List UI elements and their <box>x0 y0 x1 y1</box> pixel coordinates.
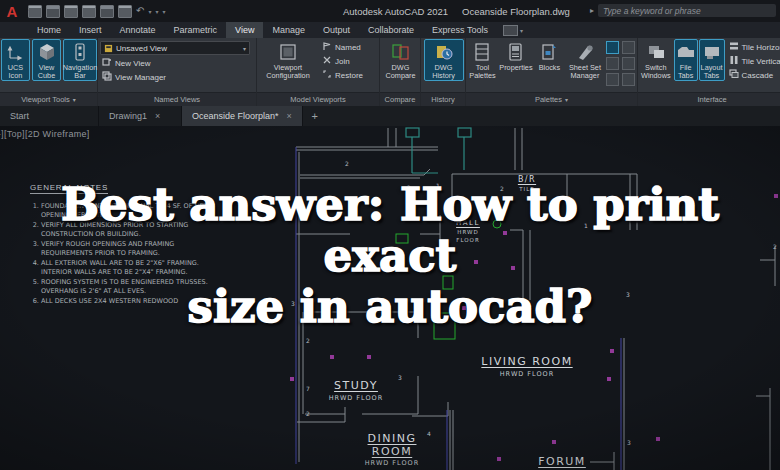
plan-marker <box>367 355 371 359</box>
close-icon[interactable]: × <box>287 111 292 121</box>
quick-access-toolbar: ↶ ▾ ↷ ▾ ▾ <box>28 5 165 18</box>
plan-marker <box>610 349 614 353</box>
file-tabs-button[interactable]: File Tabs <box>674 39 698 81</box>
switch-windows-icon <box>646 42 666 64</box>
restore-viewports-button[interactable]: Restore <box>320 69 365 81</box>
ucs-icon-label: UCS Icon <box>3 64 28 80</box>
tool-palettes-icon <box>472 42 492 64</box>
new-drawing-tab-button[interactable]: + <box>307 106 323 126</box>
redo-caret-icon[interactable]: ▾ <box>155 8 158 15</box>
room-label-study: STUDYHRWD FLOOR <box>329 380 384 402</box>
join-viewports-button[interactable]: Join <box>320 55 365 67</box>
view-manager-button[interactable]: View Manager <box>100 71 254 83</box>
ribbon-tab-view[interactable]: View <box>226 22 263 38</box>
dwg-compare-button[interactable]: DWG Compare <box>381 39 420 81</box>
tile-vertically-icon <box>729 55 739 67</box>
plan-marker <box>497 457 501 461</box>
panel-flyout-caret-icon: ▾ <box>565 96 568 103</box>
dwg-compare-icon <box>391 42 411 64</box>
redo-icon[interactable]: ↷ <box>28 6 33 16</box>
markup-palette-icon[interactable] <box>606 73 619 86</box>
file-tab-start[interactable]: Start <box>0 106 99 126</box>
file-tab-drawing1[interactable]: Drawing1× <box>99 106 182 126</box>
panel-viewport-tools: UCS Icon View Cube Navigation Bar Viewpo… <box>0 38 98 106</box>
ribbon-tab-manage[interactable]: Manage <box>263 22 314 38</box>
undo-icon[interactable]: ↶ <box>136 6 144 16</box>
panel-compare: DWG Compare Compare <box>380 38 421 106</box>
panel-label-named-views[interactable]: Named Views <box>98 92 256 106</box>
ribbon-tab-home[interactable]: Home <box>28 22 70 38</box>
window-title: Autodesk AutoCAD 2021 Oceanside Floorpla… <box>343 0 570 22</box>
view-list-value: Unsaved View <box>116 44 167 53</box>
autocad-logo-icon[interactable]: A <box>2 1 22 21</box>
file-tabs: StartDrawing1×Oceanside Floorplan*×+ <box>0 106 323 126</box>
file-tab-label: Start <box>10 111 29 121</box>
title-overlay-line2: size in autocad? <box>0 281 780 332</box>
ribbon-tab-express-tools[interactable]: Express Tools <box>423 22 497 38</box>
tile-horizontally-button[interactable]: Tile Horizontally <box>727 41 780 53</box>
open-file-icon[interactable] <box>46 5 60 18</box>
panel-interface: Switch Windows File Tabs Layout Tabs <box>638 38 780 106</box>
search-placeholder: Type a keyword or phrase <box>603 6 701 16</box>
panel-label-interface[interactable]: Interface <box>638 92 780 106</box>
qat-customize-icon[interactable]: ▾ <box>162 8 165 15</box>
ribbon-tab-annotate[interactable]: Annotate <box>111 22 165 38</box>
ribbon-display-toggle[interactable]: ▾ <box>503 22 523 38</box>
close-icon[interactable]: × <box>155 111 160 121</box>
file-tab-oceanside-floorplan[interactable]: Oceanside Floorplan*× <box>182 106 303 126</box>
palette-toggle-grid <box>604 38 637 89</box>
save-as-icon[interactable] <box>82 5 96 18</box>
command-line-toggle-icon[interactable] <box>606 41 619 54</box>
ucs-icon-button[interactable]: UCS Icon <box>1 39 30 81</box>
panel-label-compare[interactable]: Compare <box>380 92 420 106</box>
ribbon-tab-parametric[interactable]: Parametric <box>165 22 227 38</box>
ribbon-display-icon <box>503 25 518 36</box>
plot-icon[interactable] <box>100 5 114 18</box>
cascade-icon <box>729 69 739 81</box>
cascade-button[interactable]: Cascade <box>727 69 780 81</box>
view-cube-label: View Cube <box>34 64 59 80</box>
search-arrow-icon[interactable]: ▸ <box>590 6 594 15</box>
search-input[interactable]: Type a keyword or phrase <box>598 4 776 17</box>
properties-button[interactable]: Properties <box>499 39 533 73</box>
panel-label-palettes[interactable]: Palettes ▾ <box>466 92 637 106</box>
navigation-bar-button[interactable]: Navigation Bar <box>63 39 97 81</box>
drawing-canvas[interactable]: [-][Top][2D Wireframe] GENERAL NOTES FOU… <box>0 126 780 470</box>
switch-windows-button[interactable]: Switch Windows <box>639 39 673 81</box>
new-view-button[interactable]: New View <box>100 57 254 69</box>
ribbon-tab-insert[interactable]: Insert <box>70 22 111 38</box>
plan-marker <box>552 440 556 444</box>
layer-palette-icon[interactable] <box>622 41 635 54</box>
blocks-button[interactable]: Blocks <box>534 39 565 73</box>
print-icon[interactable] <box>118 5 132 18</box>
ribbon-tabs: HomeInsertAnnotateParametricViewManageOu… <box>28 22 497 38</box>
sheet-set-manager-button[interactable]: Sheet Set Manager <box>566 39 604 81</box>
panel-history: DWG History History <box>421 38 466 106</box>
ribbon: UCS Icon View Cube Navigation Bar Viewpo… <box>0 38 780 106</box>
panel-model-viewports: Viewport Configuration Named Join <box>257 38 380 106</box>
ribbon-tab-collaborate[interactable]: Collaborate <box>359 22 423 38</box>
panel-label-model-viewports[interactable]: Model Viewports <box>257 92 379 106</box>
design-center-icon[interactable] <box>606 57 619 70</box>
calculator-icon[interactable] <box>622 57 635 70</box>
panel-label-viewport-tools[interactable]: Viewport Tools ▾ <box>0 92 97 106</box>
ucs-icon <box>6 42 26 64</box>
panel-label-history[interactable]: History <box>421 92 465 106</box>
view-list-dropdown[interactable]: Unsaved View ▾ <box>100 41 250 55</box>
toolbox-icon[interactable] <box>622 73 635 86</box>
tool-palettes-button[interactable]: Tool Palettes <box>467 39 498 81</box>
tile-vertically-button[interactable]: Tile Vertically <box>727 55 780 67</box>
dwg-history-button[interactable]: DWG History <box>424 39 464 81</box>
app-title: Autodesk AutoCAD 2021 <box>343 6 448 17</box>
ribbon-tab-output[interactable]: Output <box>314 22 359 38</box>
layout-tabs-button[interactable]: Layout Tabs <box>699 39 725 81</box>
save-icon[interactable] <box>64 5 78 18</box>
plan-marker <box>656 437 660 441</box>
file-tab-bar: StartDrawing1×Oceanside Floorplan*×+ <box>0 106 780 126</box>
dimension-label: 7 <box>306 385 310 392</box>
undo-caret-icon[interactable]: ▾ <box>148 8 151 15</box>
view-cube-button[interactable]: View Cube <box>32 39 61 81</box>
named-viewports-button[interactable]: Named <box>320 41 365 53</box>
viewport-configuration-button[interactable]: Viewport Configuration <box>258 39 318 81</box>
ribbon-tab-row: HomeInsertAnnotateParametricViewManageOu… <box>0 22 780 38</box>
